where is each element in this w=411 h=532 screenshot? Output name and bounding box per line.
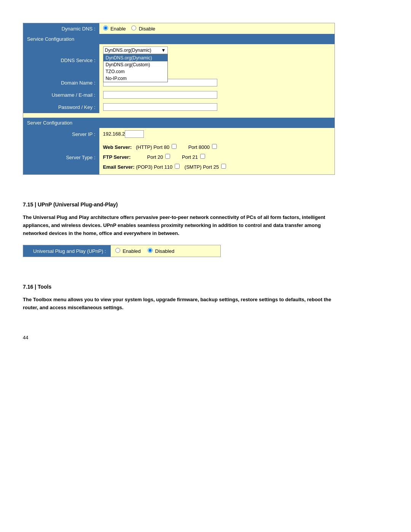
ddns-option-tzo[interactable]: TZO.com <box>104 68 167 75</box>
disable-radio[interactable] <box>131 26 136 30</box>
ftp-port20-checkbox[interactable] <box>165 154 170 159</box>
email-port110-checkbox[interactable] <box>175 164 180 169</box>
email-port25: (SMTP) Port 25 <box>185 164 219 170</box>
server-type-label: Server Type : <box>23 140 99 175</box>
dynamic-dns-options: Enable Disable <box>99 23 335 34</box>
email-port25-checkbox[interactable] <box>221 164 226 169</box>
enable-radio[interactable] <box>103 26 108 30</box>
server-ip-cell: 192.168.2 <box>99 128 335 140</box>
ddns-option-dynamic[interactable]: DynDNS.org(Dynamic) <box>104 54 167 61</box>
upnp-enabled-label: Enabled <box>123 248 141 254</box>
ftp-port21: Port 21 <box>182 154 198 160</box>
ftp-port21-checkbox[interactable] <box>200 154 205 159</box>
dynamic-dns-table: Dynamic DNS : Enable Disable Service Con… <box>23 23 335 175</box>
ftp-port20: Port 20 <box>147 154 163 160</box>
ddns-options-list: DynDNS.org(Dynamic) DynDNS.org(Custom) T… <box>103 54 168 82</box>
upnp-label: Universal Plug and Play (UPnP) : <box>23 245 111 257</box>
ddns-select[interactable]: DynDNS.org(Dynamic) ▼ <box>103 46 168 54</box>
ftp-server-row: FTP Server: Port 20 Port 21 <box>103 152 331 162</box>
upnp-disabled-label: Disabled <box>155 248 175 254</box>
upnp-disabled-radio[interactable] <box>148 248 153 253</box>
section-715-body: The Universal Plug and Play architecture… <box>23 214 335 237</box>
ddns-service-cell: DynDNS.org(Dynamic) ▼ DynDNS.org(Dynamic… <box>99 44 335 77</box>
disable-label: Disable <box>139 26 155 32</box>
ftp-server-label: FTP Server: <box>103 154 131 160</box>
password-input[interactable] <box>103 103 217 111</box>
password-label: Password / Key : <box>23 101 99 113</box>
enable-label: Enable <box>110 26 126 32</box>
upnp-options: Enabled Disabled <box>111 245 221 257</box>
domain-name-label: Domain Name : <box>23 77 99 89</box>
web-port8000: Port 8000 <box>188 144 210 150</box>
web-server-label: Web Server: <box>103 144 132 150</box>
upnp-table: Universal Plug and Play (UPnP) : Enabled… <box>23 245 221 257</box>
server-ip-input[interactable] <box>125 130 144 138</box>
section-716-title: 7.16 | Tools <box>23 284 388 290</box>
username-cell <box>99 89 335 101</box>
email-server-label: Email Server: <box>103 164 135 170</box>
server-type-cell: Web Server: (HTTP) Port 80 Port 8000 FTP… <box>99 140 335 175</box>
web-port80-checkbox[interactable] <box>172 144 177 149</box>
web-server-row: Web Server: (HTTP) Port 80 Port 8000 <box>103 142 331 152</box>
section-715-title: 7.15 | UPnP (Universal Plug-and-Play) <box>23 201 388 208</box>
server-config-header: Server Configuration <box>23 118 335 128</box>
dropdown-arrow-icon: ▼ <box>161 48 166 53</box>
email-server-row: Email Server: (POP3) Port 110 (SMTP) Por… <box>103 162 331 172</box>
web-port8000-checkbox[interactable] <box>212 144 217 149</box>
email-port110: (POP3) Port 110 <box>136 164 172 170</box>
server-ip-label: Server IP : <box>23 128 99 140</box>
ddns-service-label: DDNS Service : <box>23 44 99 77</box>
ddns-option-custom[interactable]: DynDNS.org(Custom) <box>104 61 167 68</box>
password-cell <box>99 101 335 113</box>
dynamic-dns-label: Dynamic DNS : <box>23 23 99 34</box>
ddns-option-noip[interactable]: No-IP.com <box>104 75 167 82</box>
username-input[interactable] <box>103 91 217 99</box>
server-ip-prefix: 192.168.2 <box>103 131 125 137</box>
section-716-body: The Toolbox menu allows you to view your… <box>23 296 335 312</box>
upnp-enabled-radio[interactable] <box>115 248 120 253</box>
username-label: Username / E-mail : <box>23 89 99 101</box>
ddns-dropdown-container: DynDNS.org(Dynamic) ▼ DynDNS.org(Dynamic… <box>103 46 168 54</box>
ddns-selected-value: DynDNS.org(Dynamic) <box>105 48 161 53</box>
web-server-detail: (HTTP) Port 80 <box>136 144 169 150</box>
service-config-header: Service Configuration <box>23 34 335 44</box>
page-number: 44 <box>23 335 388 340</box>
